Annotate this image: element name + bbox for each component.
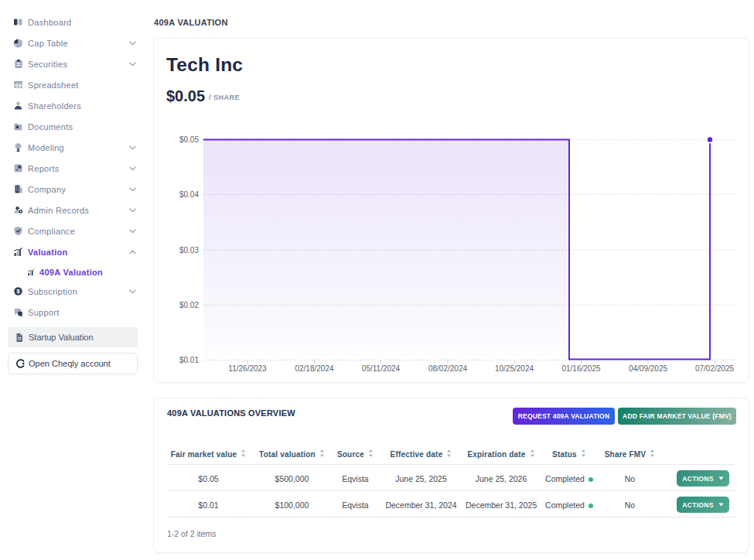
svg-text:02/18/2024: 02/18/2024 <box>295 364 333 373</box>
svg-text:08/02/2024: 08/02/2024 <box>428 364 467 373</box>
svg-text:04/09/2025: 04/09/2025 <box>629 364 667 373</box>
svg-text:11/26/2023: 11/26/2023 <box>228 364 267 373</box>
svg-text:$0.01: $0.01 <box>179 356 199 364</box>
svg-text:05/11/2024: 05/11/2024 <box>362 364 401 373</box>
svg-text:$0.04: $0.04 <box>179 190 199 199</box>
svg-text:$0.02: $0.02 <box>179 301 199 309</box>
svg-text:07/02/2025: 07/02/2025 <box>695 364 734 373</box>
svg-text:01/16/2025: 01/16/2025 <box>561 364 600 373</box>
svg-text:$0.05: $0.05 <box>179 135 199 144</box>
svg-text:$0.03: $0.03 <box>179 246 199 254</box>
svg-text:10/25/2024: 10/25/2024 <box>495 364 534 373</box>
